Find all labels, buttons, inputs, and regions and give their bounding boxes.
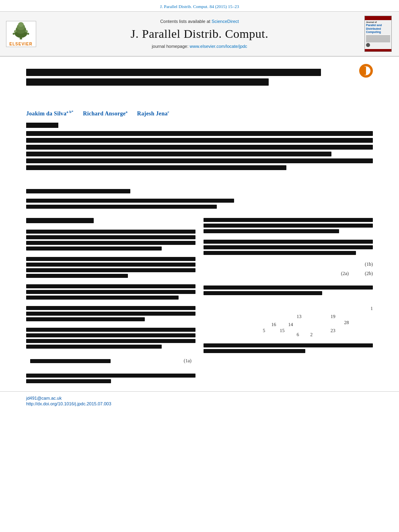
- l-11: [26, 296, 179, 300]
- num-14: 14: [288, 322, 293, 328]
- journal-homepage-line: journal homepage: www.elsevier.com/locat…: [152, 44, 247, 49]
- author1-name: Joakim da Silva: [26, 111, 66, 117]
- cover-bottom-bar: [365, 49, 391, 51]
- crossmark-icon: [361, 67, 366, 75]
- sciencedirect-link[interactable]: ScienceDirect: [212, 19, 239, 24]
- abstract-heading: [26, 123, 58, 128]
- abstract-line-6: [26, 165, 286, 170]
- r-4: [204, 240, 373, 244]
- kw-line-1: [26, 189, 130, 193]
- right-col-block: (1b) (2a) (2b) 1 13 19: [204, 218, 373, 353]
- eq-label-2b: (2b): [357, 271, 373, 277]
- number-annotations: 1 13 19 28 16 14 23 5 15 6: [204, 302, 373, 342]
- journal-cover-image: Journal of Parallel and Distributed Comp…: [364, 16, 392, 52]
- num-5: 5: [263, 328, 265, 334]
- author1-sup: a b*: [66, 110, 73, 114]
- r-5: [204, 245, 373, 249]
- author3-sup: c: [168, 110, 169, 114]
- equation-1a-row: (1a): [26, 355, 195, 367]
- abstract-line-5: [26, 158, 373, 163]
- r-1: [204, 218, 373, 222]
- l-19: [26, 374, 195, 378]
- l-7: [26, 268, 195, 272]
- l-12: [26, 306, 195, 310]
- column-left: (1a): [26, 218, 195, 383]
- footer-doi[interactable]: http://dx.doi.org/10.1016/j.jpdc.2015.07…: [26, 401, 373, 406]
- elsevier-logo-box: ELSEVIER: [6, 21, 36, 47]
- kw-line-2: [26, 199, 234, 203]
- contents-available-line: Contents lists available at ScienceDirec…: [160, 19, 239, 24]
- r-9: [204, 343, 373, 347]
- l-8: [26, 274, 128, 278]
- l-heading: [26, 218, 94, 223]
- crossmark-area: [359, 64, 373, 78]
- num-16: 16: [271, 322, 276, 328]
- eq-label-2a: (2a): [333, 271, 349, 277]
- num-13: 13: [297, 314, 302, 320]
- l-9: [26, 284, 195, 288]
- cover-body: Journal of Parallel and Distributed Comp…: [365, 20, 391, 49]
- num-23: 23: [331, 328, 335, 334]
- left-col-block: (1a): [26, 218, 195, 383]
- journal-cover-area: Journal of Parallel and Distributed Comp…: [362, 16, 394, 52]
- abstract-section: [26, 123, 373, 170]
- svg-point-6: [25, 30, 28, 33]
- l-20: [26, 379, 111, 383]
- eq-label-1b-row: (1b): [204, 261, 373, 267]
- l-16: [26, 333, 195, 337]
- citation-bar: J. Parallel Distrib. Comput. 84 (2015) 1…: [0, 0, 399, 12]
- citation-text: J. Parallel Distrib. Comput. 84 (2015) 1…: [160, 4, 239, 9]
- l-1: [26, 230, 195, 234]
- homepage-link[interactable]: www.elsevier.com/locate/jpdc: [190, 44, 247, 49]
- num-15: 15: [280, 328, 284, 334]
- cover-journal-title: Parallel and Distributed Computing: [366, 24, 390, 34]
- title-line-2: [26, 78, 269, 86]
- num-19: 19: [331, 314, 335, 320]
- svg-point-7: [13, 33, 15, 35]
- l-15: [26, 328, 195, 332]
- r-6: [204, 251, 356, 255]
- l-5: [26, 257, 195, 261]
- abstract-line-3: [26, 145, 373, 150]
- r-2: [204, 224, 373, 228]
- column-right: (1b) (2a) (2b) 1 13 19: [204, 218, 373, 383]
- elsevier-logo-area: ELSEVIER: [5, 16, 37, 52]
- footer-email[interactable]: jd491@cam.ac.uk: [26, 396, 373, 401]
- l-4: [26, 246, 162, 251]
- title-line-1: [26, 69, 321, 76]
- l-14: [26, 317, 145, 321]
- abstract-line-1: [26, 131, 373, 136]
- abstract-line-2: [26, 138, 373, 143]
- elsevier-tree-icon: [9, 22, 33, 41]
- l-13: [26, 312, 195, 316]
- journal-info: Contents lists available at ScienceDirec…: [43, 16, 356, 52]
- cover-lines: [366, 35, 390, 47]
- article-title-area: [26, 69, 373, 86]
- l-3: [26, 241, 195, 245]
- l-17: [26, 339, 195, 343]
- footer-section: jd491@cam.ac.uk http://dx.doi.org/10.101…: [0, 391, 399, 412]
- author2-sup: a: [125, 110, 128, 114]
- l-2: [26, 235, 195, 239]
- kw-line-3: [26, 205, 217, 209]
- num-1: 1: [370, 306, 373, 312]
- num-28: 28: [344, 320, 349, 326]
- l-18: [26, 345, 162, 349]
- svg-point-8: [27, 33, 29, 35]
- abstract-line-4: [26, 152, 331, 156]
- two-column-area: (1a) (1b): [26, 218, 373, 383]
- cover-top-bar: [365, 16, 391, 20]
- l-10: [26, 290, 195, 294]
- svg-point-5: [14, 30, 16, 33]
- eq-label-1a: (1a): [175, 358, 191, 364]
- keywords-area: [26, 189, 373, 209]
- journal-title: J. Parallel Distrib. Comput.: [131, 27, 268, 41]
- r-8: [204, 291, 322, 295]
- eq-label-1b: (1b): [357, 261, 373, 267]
- elsevier-brand-text: ELSEVIER: [9, 42, 32, 46]
- svg-point-4: [18, 22, 24, 27]
- r-10: [204, 349, 305, 353]
- eq-1a-content: [30, 359, 111, 363]
- l-6: [26, 263, 195, 267]
- author3-name: Rajesh Jena: [137, 111, 168, 117]
